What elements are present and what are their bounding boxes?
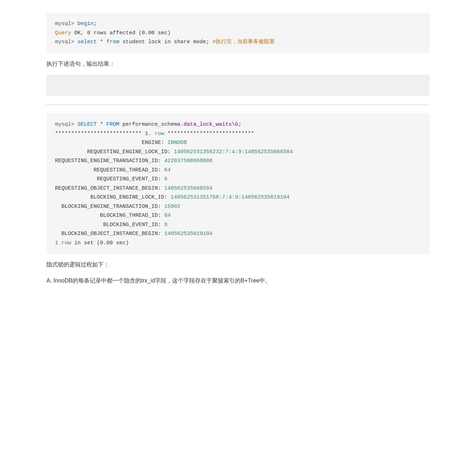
stars-1: *************************** 1. <box>55 131 155 137</box>
val-req-obj: 140562535668584 <box>164 185 212 191</box>
stars-2: *************************** <box>164 131 254 137</box>
page-wrapper: mysql> begin; Query OK, 0 rows affected … <box>36 0 440 299</box>
val-blk-lock: 140562531351768:7:4:9:140562535619104 <box>171 194 290 200</box>
star-2: * <box>97 121 106 128</box>
label-blk-obj: BLOCKING_OBJECT_INSTANCE_BEGIN: <box>55 231 164 237</box>
val-req-event: 6 <box>164 176 167 182</box>
prompt-2: mysql> <box>55 39 77 45</box>
prose-1: 执行下述语句，输出结果： <box>46 59 430 69</box>
label-blk-lock: BLOCKING_ENGINE_LOCK_ID: <box>55 194 171 200</box>
query-ok-text: OK, 0 rows affected (0.00 sec) <box>71 30 171 36</box>
val-blk-obj: 140562535619104 <box>164 231 212 237</box>
result-tail: in set (0.00 sec) <box>71 240 129 246</box>
query-body-1: student lock in share mode; <box>119 39 212 45</box>
divider <box>46 105 430 105</box>
label-blk-event: BLOCKING_EVENT_ID: <box>55 222 164 228</box>
keyword-select: select <box>77 39 97 45</box>
keyword-from-2: FROM <box>106 121 119 128</box>
val-req-thread: 64 <box>164 167 171 173</box>
keyword-from: from <box>106 39 119 45</box>
comment-1: #执行完，当前事务被阻塞 <box>212 39 275 45</box>
label-req-trx: REQUESTING_ENGINE_TRANSACTION_ID: <box>55 158 164 164</box>
prompt-1: mysql> <box>55 21 77 27</box>
label-engine: ENGINE: <box>55 140 167 146</box>
keyword-select-2: SELECT <box>77 121 97 128</box>
keyword-begin: begin <box>77 21 94 27</box>
prompt-3: mysql> <box>55 121 77 128</box>
row-label-2: row <box>61 240 71 246</box>
label-req-obj: REQUESTING_OBJECT_INSTANCE_BEGIN: <box>55 185 164 191</box>
prose-2: 隐式锁的逻辑过程如下： <box>46 260 430 270</box>
code-block-1: mysql> begin; Query OK, 0 rows affected … <box>46 13 430 53</box>
val-engine: INNODB <box>167 140 187 146</box>
label-blk-thread: BLOCKING_THREAD_ID: <box>55 212 164 219</box>
code-block-2: mysql> SELECT * FROM performance_schema.… <box>46 114 430 254</box>
val-req-lock: 140562531358232:7:4:9:140562535668584 <box>174 149 293 155</box>
result-count: 1 <box>55 240 61 246</box>
val-blk-thread: 64 <box>164 212 171 219</box>
val-blk-event: 6 <box>164 222 167 228</box>
schema-ref: performance_schema. <box>119 121 184 128</box>
val-blk-trx: 15902 <box>164 204 180 210</box>
table-ref: data_lock_waits\G <box>184 121 238 128</box>
semicolon-2: ; <box>238 121 241 128</box>
star-1: * <box>97 39 106 45</box>
code-block-empty <box>46 75 430 96</box>
row-label-1: row <box>155 131 164 137</box>
label-req-event: REQUESTING_EVENT_ID: <box>55 176 164 182</box>
label-req-lock: REQUESTING_ENGINE_LOCK_ID: <box>55 149 174 155</box>
label-blk-trx: BLOCKING_ENGINE_TRANSACTION_ID: <box>55 204 164 210</box>
label-req-thread: REQUESTING_THREAD_ID: <box>55 167 164 173</box>
semicolon-1: ; <box>94 21 97 27</box>
prose-3: A. InnoDB的每条记录中都一个隐含的trx_id字段，这个字段存在于聚簇索… <box>46 276 430 286</box>
val-req-trx: 422037508068888 <box>164 158 212 164</box>
query-ok: Query <box>55 30 71 36</box>
